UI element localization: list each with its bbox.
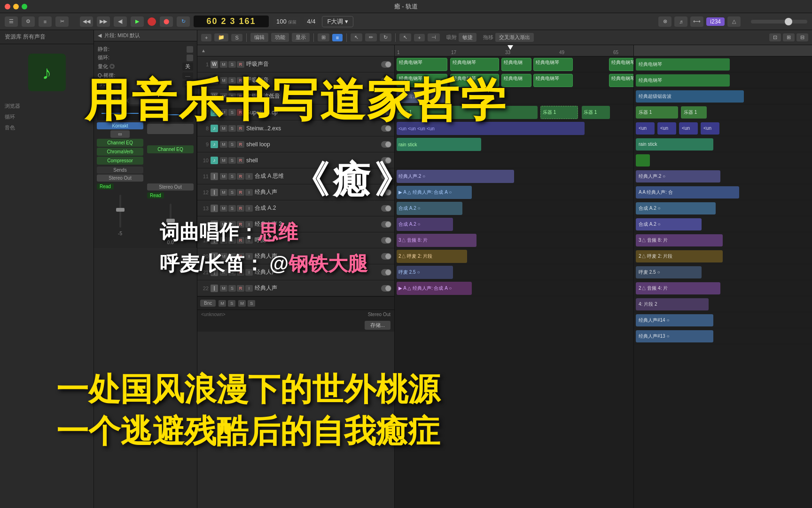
clip[interactable]: [636, 154, 650, 167]
clip[interactable]: 经典电钢琴: [636, 58, 730, 71]
clip[interactable]: 合成 A.2 ○: [636, 202, 716, 214]
rain-stick-clip[interactable]: rain stick: [397, 138, 481, 151]
sidebar-item-browser[interactable]: 浏览器: [0, 101, 94, 111]
track-solo-btn[interactable]: S: [228, 269, 236, 276]
track-solo-btn[interactable]: S: [228, 157, 236, 164]
record-prepare-button[interactable]: ⬤: [160, 16, 173, 27]
track-record-btn[interactable]: R: [237, 61, 244, 68]
fit-button[interactable]: ⊟: [796, 33, 808, 41]
track-record-btn[interactable]: R: [237, 221, 244, 228]
clip[interactable]: 经典电钢琴: [397, 74, 447, 87]
global-solo-btn[interactable]: S: [228, 300, 235, 307]
master-volume-slider[interactable]: [751, 20, 807, 24]
track-record-btn[interactable]: R: [237, 189, 244, 196]
clip[interactable]: 合成 A.2 ○: [397, 218, 453, 231]
clip[interactable]: 2△ 呼麦 2: 片段: [636, 250, 723, 262]
track-toggle[interactable]: [381, 125, 391, 132]
minus-tool[interactable]: ⊣: [428, 33, 440, 41]
track-record-btn[interactable]: R: [237, 77, 244, 84]
clip[interactable]: 乐器 1: [636, 106, 678, 119]
add-track-button[interactable]: +: [201, 34, 211, 41]
clip[interactable]: 经典电钢琴: [609, 58, 633, 71]
compressor[interactable]: Compressor: [97, 157, 143, 165]
add-folder-button[interactable]: 📁: [214, 33, 228, 41]
instrument-slot[interactable]: Kontakt: [97, 122, 143, 129]
track-toggle[interactable]: [381, 109, 391, 116]
clip[interactable]: 3△ 音频 8: 片: [397, 234, 476, 247]
flex-button[interactable]: ⟷: [690, 16, 703, 27]
clip[interactable]: 经典电钢琴: [450, 74, 499, 87]
rain-stick-clip-right[interactable]: rain stick: [636, 138, 713, 151]
clip[interactable]: <un: [657, 122, 676, 135]
track-toggle[interactable]: [381, 221, 391, 228]
track-toggle[interactable]: [381, 237, 391, 244]
track-solo-btn[interactable]: S: [228, 237, 236, 244]
clip[interactable]: 经典电钢: [501, 58, 531, 71]
bounce-button[interactable]: Bnc: [200, 300, 216, 307]
plus-tool[interactable]: +: [414, 34, 424, 41]
clip[interactable]: A A 经典人声: 合: [636, 186, 739, 198]
track-solo-btn[interactable]: S: [228, 285, 236, 292]
volume-fader-handle[interactable]: [116, 208, 125, 212]
clip[interactable]: 经典电钢琴: [533, 58, 573, 71]
metronome-button[interactable]: ☰: [5, 16, 18, 27]
track-record-btn[interactable]: R: [237, 269, 244, 276]
global-solo-btn-2[interactable]: S: [248, 300, 255, 307]
track-solo-btn[interactable]: S: [228, 61, 236, 68]
track-record-btn[interactable]: R: [237, 157, 244, 164]
volume-fader-handle-2[interactable]: [166, 219, 175, 222]
track-record-btn[interactable]: R: [237, 109, 244, 116]
track-mute-btn[interactable]: M: [220, 269, 227, 276]
zoom-in-h[interactable]: ⊞: [783, 33, 795, 41]
mixer-button[interactable]: ≡: [39, 16, 52, 27]
track-solo-btn[interactable]: S: [228, 109, 236, 116]
count-in-button[interactable]: i234: [706, 17, 725, 26]
track-record-btn[interactable]: R: [237, 205, 244, 212]
track-toggle[interactable]: [381, 77, 391, 84]
read-button-1[interactable]: Read: [97, 183, 114, 190]
clip[interactable]: 2△ 音频 4: 片: [636, 282, 720, 294]
zoom-out-v[interactable]: ⊡: [769, 33, 781, 41]
clip[interactable]: 乐器 1: [397, 106, 538, 119]
global-mute-btn[interactable]: M: [219, 300, 226, 307]
list-view-button[interactable]: ≡: [332, 34, 343, 41]
track-mute-btn[interactable]: M: [220, 205, 227, 212]
clip[interactable]: 呼麦 2.5 ○: [636, 266, 702, 278]
tuner-button[interactable]: ⊗: [658, 16, 671, 27]
track-mute-btn[interactable]: M: [220, 61, 227, 68]
track-toggle[interactable]: [381, 285, 391, 292]
clip[interactable]: 经典电钢: [501, 74, 531, 87]
clip[interactable]: 2△ 呼麦 2: 片段: [397, 250, 467, 263]
clip[interactable]: 经典人声.2 ○: [636, 170, 720, 183]
channel-eq-1[interactable]: Channel EQ: [97, 139, 143, 147]
score-button[interactable]: ♬: [674, 16, 687, 27]
track-record-btn[interactable]: R: [237, 237, 244, 244]
track-mute-btn[interactable]: M: [220, 253, 227, 260]
read-button-2[interactable]: Read: [147, 192, 164, 198]
global-mute-btn-2[interactable]: M: [238, 300, 246, 307]
clip[interactable]: 经典人声#14 ○: [636, 314, 713, 326]
clip[interactable]: 经典超级锯齿波: [636, 90, 744, 103]
track-mute-btn[interactable]: M: [220, 285, 227, 292]
track-mute-btn[interactable]: M: [220, 157, 227, 164]
clip[interactable]: ▶ A △ 经典人声: 合成 A ○: [397, 186, 472, 199]
track-mute-btn[interactable]: M: [220, 125, 227, 132]
key-display[interactable]: F大调 ▾: [322, 16, 353, 27]
function-button[interactable]: 功能: [271, 33, 289, 42]
clip[interactable]: 经典人声.2 ○: [397, 170, 514, 183]
close-button[interactable]: [5, 4, 10, 9]
grid-view-button[interactable]: ⊞: [318, 33, 329, 41]
clip[interactable]: <un<un<un<un: [397, 122, 585, 135]
maximize-button[interactable]: [22, 4, 27, 9]
clip[interactable]: <un: [636, 122, 655, 135]
track-mute-btn[interactable]: M: [220, 189, 227, 196]
track-toggle[interactable]: [381, 141, 391, 148]
track-toggle[interactable]: [381, 205, 391, 212]
channel-eq-2[interactable]: Channel EQ: [147, 145, 194, 153]
tostart-button[interactable]: ◀|: [114, 16, 127, 27]
clip[interactable]: 合成 A.2 ○: [636, 218, 702, 230]
track-toggle[interactable]: [381, 189, 391, 196]
track-record-btn[interactable]: R: [237, 173, 244, 180]
pointer-tool[interactable]: ↖: [399, 33, 411, 41]
volume-fader-track-2[interactable]: [170, 204, 172, 237]
